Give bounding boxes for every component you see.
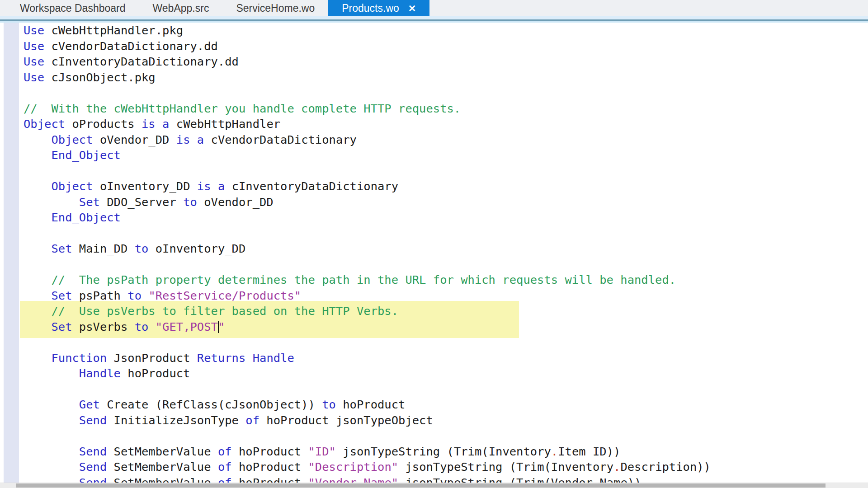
code-token: // With the cWebHttpHandler you handle c…: [24, 102, 461, 115]
code-token: .: [593, 476, 599, 483]
tab-label: WebApp.src: [153, 2, 209, 14]
code-token: Handle: [79, 366, 121, 380]
code-line[interactable]: Object oProducts is a cWebHttpHandler: [24, 116, 868, 132]
code-token: Send: [79, 445, 107, 458]
code-token: oInventory_DD: [93, 179, 197, 193]
code-line[interactable]: Use cInventoryDataDictionary.dd: [24, 54, 868, 70]
code-token: hoProduct jsonTypeObject: [259, 413, 433, 427]
code-token: [24, 211, 51, 224]
code-token: End_Object: [51, 211, 121, 224]
code-line[interactable]: Get Create (RefClass(cJsonObject)) to ho…: [24, 397, 868, 413]
highlighted-code-line[interactable]: // Use psVerbs to filter based on the HT…: [20, 301, 868, 319]
code-token: Set: [79, 195, 100, 209]
close-icon[interactable]: ✕: [408, 4, 416, 13]
tab-products-wo[interactable]: Products.wo ✕: [328, 0, 429, 16]
code-token: SetMemberValue: [107, 460, 218, 474]
code-line[interactable]: Use cVendorDataDictionary.dd: [24, 38, 868, 54]
code-token: cVendorDataDictionary: [204, 133, 357, 146]
code-line[interactable]: Object oVendor_DD is a cVendorDataDictio…: [24, 132, 868, 148]
code-line[interactable]: Object oInventory_DD is a cInventoryData…: [24, 178, 868, 194]
code-token: cInventoryDataDictionary.dd: [44, 55, 239, 68]
code-token: cJsonObject.pkg: [44, 70, 156, 84]
code-token: cWebHttpHandler.pkg: [44, 23, 183, 37]
tab-webapp-src[interactable]: WebApp.src: [139, 0, 223, 16]
code-line[interactable]: Send SetMemberValue of hoProduct "ID" js…: [24, 444, 868, 460]
code-token: [24, 366, 79, 380]
code-token: is: [197, 179, 211, 193]
code-token: to: [322, 398, 336, 411]
code-token: "Description": [308, 460, 399, 474]
code-token: Use: [24, 55, 44, 68]
code-token: "ID": [308, 445, 336, 458]
code-line[interactable]: Send SetMemberValue of hoProduct "Descri…: [24, 459, 868, 475]
code-line[interactable]: Set Main_DD to oInventory_DD: [24, 241, 868, 257]
code-token: [142, 289, 148, 302]
code-token: .: [551, 445, 558, 458]
code-token: SetMemberValue: [107, 445, 218, 458]
code-token: is: [176, 133, 190, 146]
code-line[interactable]: [24, 428, 868, 444]
code-line[interactable]: [24, 257, 868, 272]
tab-bar-separator: [0, 16, 868, 19]
code-token: is: [142, 117, 156, 131]
code-token: psPath: [72, 289, 127, 302]
code-line[interactable]: [24, 334, 868, 350]
code-token: Set: [51, 242, 72, 255]
code-area[interactable]: Use cWebHttpHandler.pkgUse cVendorDataDi…: [0, 23, 868, 483]
code-token: cInventoryDataDictionary: [225, 179, 398, 193]
code-token: a: [197, 133, 204, 146]
code-line[interactable]: End_Object: [24, 147, 868, 163]
code-token: cWebHttpHandler: [169, 117, 280, 131]
code-token: [24, 398, 79, 411]
code-token: Send: [79, 460, 107, 474]
code-token: Main_DD: [72, 242, 134, 255]
code-token: oProducts: [65, 117, 142, 131]
code-line[interactable]: End_Object: [24, 210, 868, 225]
code-token: Use: [24, 39, 44, 53]
code-editor-window: Workspace Dashboard WebApp.src ServiceHo…: [0, 0, 868, 488]
code-line[interactable]: Handle hoProduct: [24, 366, 868, 381]
code-line[interactable]: Use cWebHttpHandler.pkg: [24, 23, 868, 38]
code-token: [24, 273, 51, 286]
code-token: [24, 413, 79, 427]
code-token: // The psPath property determines the pa…: [51, 273, 676, 286]
code-token: JsonProduct: [107, 351, 197, 365]
code-token: Function: [51, 351, 107, 365]
code-line[interactable]: [24, 381, 868, 397]
code-token: "GET,POST: [156, 320, 218, 333]
horizontal-scrollbar[interactable]: [0, 483, 868, 488]
code-token: Get: [79, 398, 100, 411]
code-token: of: [218, 476, 232, 483]
code-line[interactable]: [24, 163, 868, 179]
code-token: [24, 195, 79, 209]
code-line[interactable]: [24, 225, 868, 241]
code-token: hoProduct: [232, 445, 308, 458]
code-token: [24, 133, 51, 146]
code-line[interactable]: // The psPath property determines the pa…: [24, 272, 868, 288]
code-token: [24, 148, 51, 162]
code-token: Create (RefClass(cJsonObject)): [100, 398, 322, 411]
code-token: [245, 351, 252, 365]
code-token: Object: [51, 133, 93, 146]
code-line[interactable]: // With the cWebHttpHandler you handle c…: [24, 101, 868, 117]
code-line[interactable]: [24, 85, 868, 101]
code-token: [148, 320, 155, 333]
code-line[interactable]: Set DDO_Server to oVendor_DD: [24, 194, 868, 210]
code-token: [24, 289, 51, 302]
code-line[interactable]: Function JsonProduct Returns Handle: [24, 350, 868, 366]
code-token: Object: [51, 179, 93, 193]
code-token: [24, 320, 51, 333]
code-token: End_Object: [51, 148, 121, 162]
tab-servicehome-wo[interactable]: ServiceHome.wo: [222, 0, 328, 16]
code-token: cVendorDataDictionary.dd: [44, 39, 218, 53]
code-token: a: [162, 117, 169, 131]
code-token: jsonTypeString (Trim(Inventory: [398, 460, 613, 474]
code-line[interactable]: Send SetMemberValue of hoProduct "Vendor…: [24, 475, 868, 483]
code-line[interactable]: Send InitializeJsonType of hoProduct jso…: [24, 413, 868, 428]
code-token: to: [135, 242, 149, 255]
code-line[interactable]: Use cJsonObject.pkg: [24, 70, 868, 85]
scrollbar-thumb[interactable]: [16, 483, 826, 488]
code-token: [211, 179, 218, 193]
tab-workspace-dashboard[interactable]: Workspace Dashboard: [6, 0, 139, 16]
code-token: Name)): [599, 476, 641, 483]
